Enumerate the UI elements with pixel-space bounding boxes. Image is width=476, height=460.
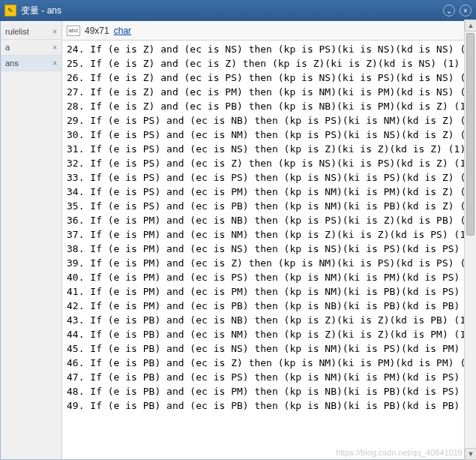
sidebar-tab-label: rulelist [5,27,29,36]
text-line: 39. If (e is PM) and (ec is Z) then (kp … [67,256,471,270]
text-line: 36. If (e is PM) and (ec is NB) then (kp… [67,213,471,227]
text-line: 34. If (e is PS) and (ec is PM) then (kp… [67,185,471,199]
main-container: rulelist×a×ans× abc 49x71 char 24. If (e… [0,21,476,460]
close-icon[interactable]: × [52,59,57,68]
triangle-down-icon: ▼ [468,450,475,458]
close-icon[interactable]: × [52,44,57,52]
text-line: 37. If (e is PM) and (ec is NM) then (kp… [67,227,471,242]
dropdown-button[interactable]: ⌄ [443,5,455,17]
sidebar-tab-a[interactable]: a× [1,40,61,56]
text-line: 46. If (e is PB) and (ec is Z) then (kp … [67,356,471,370]
dimensions-label: 49x71 [85,26,109,36]
sidebar-tab-label: a [5,43,10,52]
text-line: 26. If (e is Z) and (ec is PS) then (kp … [67,71,471,85]
close-button[interactable]: × [460,5,472,17]
close-icon[interactable]: × [52,28,57,36]
text-line: 48. If (e is PB) and (ec is PM) then (kp… [67,384,471,398]
triangle-up-icon: ▲ [468,22,475,29]
window-controls: ⌄ × [443,5,472,17]
app-icon: ✎ [4,5,16,17]
text-line: 44. If (e is PB) and (ec is NM) then (kp… [67,327,471,341]
text-line: 25. If (e is Z) and (ec is Z) then (kp i… [67,56,471,71]
text-line: 35. If (e is PS) and (ec is PB) then (kp… [67,199,471,213]
sidebar-tab-label: ans [5,59,19,68]
text-line: 43. If (e is PB) and (ec is NB) then (kp… [67,313,471,327]
text-line: 31. If (e is PS) and (ec is NS) then (kp… [67,142,471,156]
text-line: 38. If (e is PM) and (ec is NS) then (kp… [67,242,471,256]
type-link[interactable]: char [114,26,131,36]
text-line: 45. If (e is PB) and (ec is NS) then (kp… [67,341,471,356]
titlebar: ✎ 变量 - ans ⌄ × [0,0,476,21]
text-line: 30. If (e is PS) and (ec is NM) then (kp… [67,128,471,142]
text-line: 29. If (e is PS) and (ec is NB) then (kp… [67,113,471,128]
text-line: 32. If (e is PS) and (ec is Z) then (kp … [67,156,471,170]
char-type-icon: abc [67,26,80,36]
text-line: 27. If (e is Z) and (ec is PM) then (kp … [67,85,471,99]
info-bar: abc 49x71 char [62,21,475,41]
text-line: 33. If (e is PS) and (ec is PS) then (kp… [67,170,471,185]
text-line: 24. If (e is Z) and (ec is NS) then (kp … [67,42,471,56]
content-area: 24. If (e is Z) and (ec is NS) then (kp … [62,41,475,459]
chevron-down-icon: ⌄ [446,7,452,15]
text-line: 40. If (e is PM) and (ec is PS) then (kp… [67,270,471,284]
window-title: 变量 - ans [21,5,443,17]
sidebar-tab-ans[interactable]: ans× [1,56,61,71]
main-panel: abc 49x71 char 24. If (e is Z) and (ec i… [62,21,475,459]
scroll-down-arrow[interactable]: ▼ [465,448,475,459]
scroll-up-arrow[interactable]: ▲ [465,21,475,32]
close-icon: × [463,7,468,15]
text-line: 42. If (e is PM) and (ec is PB) then (kp… [67,299,471,313]
variable-tabs-sidebar: rulelist×a×ans× [1,21,62,459]
sidebar-tab-rulelist[interactable]: rulelist× [1,24,61,40]
scroll-thumb[interactable] [466,33,475,236]
text-line: 47. If (e is PB) and (ec is PS) then (kp… [67,370,471,384]
text-line: 28. If (e is Z) and (ec is PB) then (kp … [67,99,471,113]
text-line: 41. If (e is PM) and (ec is PM) then (kp… [67,284,471,299]
vertical-scrollbar[interactable]: ▲ ▼ [464,21,475,459]
text-line: 49. If (e is PB) and (ec is PB) then (kp… [67,398,471,413]
